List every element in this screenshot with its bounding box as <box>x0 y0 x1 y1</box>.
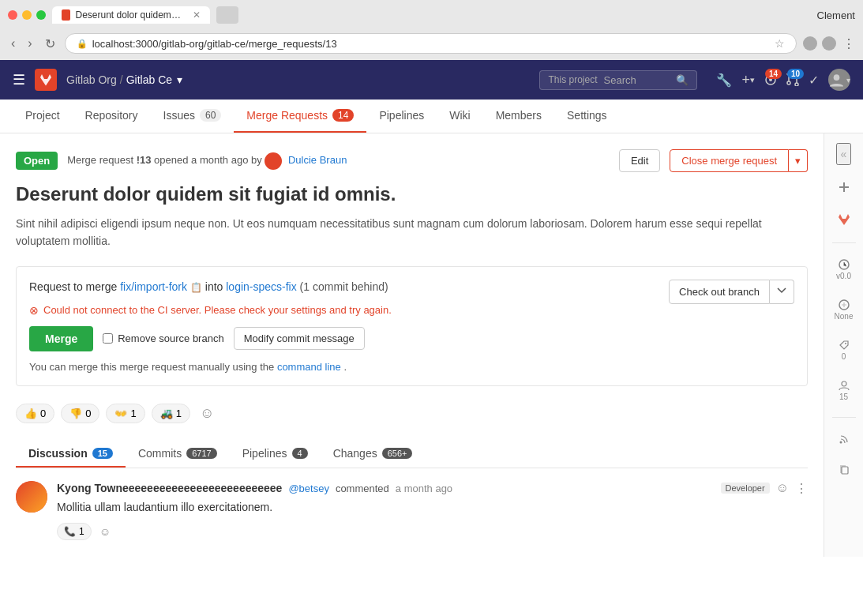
bookmark-icon[interactable]: ☆ <box>775 37 785 50</box>
breadcrumb-project[interactable]: Gitlab Ce ▾ <box>126 73 182 86</box>
clap-count: 1 <box>130 408 136 419</box>
disc-tab-changes[interactable]: Changes 656+ <box>321 441 426 468</box>
manual-merge-text: You can merge this merge request manuall… <box>29 361 794 373</box>
sidebar-milestone-btn[interactable]: None <box>831 296 857 324</box>
window-controls[interactable] <box>8 10 46 20</box>
checkout-branch-button[interactable]: Check out branch <box>669 280 770 304</box>
pipelines-count: 4 <box>292 448 308 459</box>
comment-reaction-phone-btn[interactable]: 📞 1 <box>57 523 92 540</box>
mr-title: Deserunt dolor quidem sit fugiat id omni… <box>16 183 808 205</box>
plus-icon-btn[interactable]: +▾ <box>741 72 755 88</box>
browser-tab[interactable]: Deserunt dolor quidem sit fug... ✕ <box>52 6 210 24</box>
tab-wiki[interactable]: Wiki <box>437 100 482 133</box>
svg-rect-8 <box>842 467 848 474</box>
close-mr-group: Close merge request ▾ <box>670 149 808 172</box>
sidebar-labels-btn[interactable]: 0 <box>835 336 853 364</box>
issues-count: 60 <box>200 109 221 122</box>
comment-reactions: 📞 1 ☺ <box>57 522 808 541</box>
svg-point-5 <box>845 343 846 344</box>
sidebar-divider-1 <box>832 242 856 243</box>
remove-source-branch-checkbox[interactable] <box>103 333 113 344</box>
tab-members[interactable]: Members <box>483 100 554 133</box>
add-emoji-btn[interactable]: ☺ <box>197 402 217 425</box>
merge-button[interactable]: Merge <box>29 326 93 351</box>
thumbsdown-emoji: 👎 <box>69 408 82 419</box>
tab-close-btn[interactable]: ✕ <box>193 9 201 21</box>
comment-add-emoji-btn[interactable]: ☺ <box>96 522 114 541</box>
breadcrumb-org[interactable]: Gitlab Org <box>66 73 117 86</box>
behind-text: (1 commit behind) <box>300 280 388 293</box>
search-input[interactable] <box>604 74 667 86</box>
maximize-window-btn[interactable] <box>36 10 46 20</box>
comment-more-btn[interactable]: ⋮ <box>795 481 808 496</box>
tab-issues[interactable]: Issues 60 <box>151 100 235 133</box>
sidebar-divider-2 <box>832 417 856 418</box>
sidebar-assignees-btn[interactable]: 15 <box>835 377 853 404</box>
mr-author-link[interactable]: Dulcie Braun <box>288 154 347 166</box>
address-bar[interactable]: 🔒 localhost:3000/gitlab-org/gitlab-ce/me… <box>65 33 797 54</box>
search-bar[interactable]: This project 🔍 <box>539 70 697 90</box>
breadcrumb-separator: / <box>120 73 123 86</box>
sidebar-collapse-btn[interactable]: « <box>836 143 852 165</box>
comment-header: Kyong Towneeeeeeeeeeeeeeeeeeeeeeeeee @be… <box>57 481 808 496</box>
new-tab-btn[interactable] <box>216 6 238 24</box>
mr-status-badge: Open <box>16 152 58 170</box>
source-branch-link[interactable]: fix/import-fork <box>120 280 187 293</box>
close-mr-button[interactable]: Close merge request <box>670 149 789 172</box>
emoji-thumbsup-btn[interactable]: 👍 0 <box>16 404 54 423</box>
sidebar-none-label: None <box>835 312 854 321</box>
discussion-count: 15 <box>92 448 113 459</box>
sidebar-rss-btn[interactable] <box>835 430 853 448</box>
close-mr-dropdown-btn[interactable]: ▾ <box>789 149 808 172</box>
user-avatar[interactable]: ▾ <box>828 69 850 91</box>
disc-tab-pipelines[interactable]: Pipelines 4 <box>230 441 321 468</box>
comment-author-handle[interactable]: @betsey <box>288 483 329 494</box>
emoji-clap-btn[interactable]: 👐 1 <box>106 404 144 423</box>
checkmark-icon-btn[interactable]: ✓ <box>809 73 819 88</box>
tab-settings[interactable]: Settings <box>554 100 620 133</box>
copy-branch-icon[interactable]: 📋 <box>190 282 202 293</box>
ci-error-message: ⊗ Could not connect to the CI server. Pl… <box>29 304 794 317</box>
sidebar-add-btn[interactable] <box>835 178 854 197</box>
thumbsup-count: 0 <box>40 408 46 419</box>
minimize-window-btn[interactable] <box>22 10 32 20</box>
edit-button[interactable]: Edit <box>619 149 660 172</box>
back-button[interactable]: ‹ <box>8 35 18 52</box>
emoji-tractor-btn[interactable]: 🚜 1 <box>152 404 190 423</box>
target-branch-link[interactable]: login-specs-fix <box>226 280 296 293</box>
gitlab-logo[interactable] <box>35 69 57 91</box>
sidebar-copy-btn[interactable] <box>835 460 853 478</box>
merge-info-row: Request to merge fix/import-fork 📋 into … <box>29 280 794 304</box>
checkout-dropdown-btn[interactable] <box>770 280 794 304</box>
modify-commit-button[interactable]: Modify commit message <box>234 327 365 350</box>
hamburger-menu-btn[interactable]: ☰ <box>13 71 25 88</box>
comment-section: Kyong Towneeeeeeeeeeeeeeeeeeeeeeeeee @be… <box>16 481 808 541</box>
tab-repository[interactable]: Repository <box>73 100 151 133</box>
comment-text: Mollitia ullam laudantium illo exercitat… <box>57 499 808 516</box>
comment-emoji-btn[interactable]: ☺ <box>776 481 789 495</box>
disc-tab-commits[interactable]: Commits 6717 <box>126 441 230 468</box>
svg-point-6 <box>842 381 846 386</box>
tab-title: Deserunt dolor quidem sit fug... <box>75 9 183 21</box>
sidebar-tag-count: 0 <box>842 352 846 361</box>
tab-merge-requests[interactable]: Merge Requests 14 <box>234 100 366 133</box>
sidebar-gitlab-icon-btn[interactable] <box>834 209 854 230</box>
disc-tab-discussion[interactable]: Discussion 15 <box>16 441 126 468</box>
issues-icon-btn[interactable]: 14 <box>764 73 777 86</box>
ext-icon-2[interactable] <box>822 36 836 51</box>
ext-icon-1[interactable] <box>803 36 817 51</box>
browser-menu-btn[interactable]: ⋮ <box>842 36 855 51</box>
merge-requests-icon-btn[interactable]: 10 <box>786 73 799 86</box>
tab-pipelines[interactable]: Pipelines <box>366 100 437 133</box>
extension-icons <box>803 36 836 51</box>
wrench-icon-btn[interactable]: 🔧 <box>716 73 732 88</box>
tab-project[interactable]: Project <box>13 100 73 133</box>
emoji-thumbsdown-btn[interactable]: 👎 0 <box>61 404 99 423</box>
remove-source-branch-checkbox-label[interactable]: Remove source branch <box>103 332 223 344</box>
close-window-btn[interactable] <box>8 10 17 20</box>
command-line-link[interactable]: command line <box>277 361 341 373</box>
sidebar-time-btn[interactable]: v0.0 <box>833 256 854 284</box>
forward-button[interactable]: › <box>24 35 35 52</box>
ci-error-icon: ⊗ <box>29 304 39 317</box>
refresh-button[interactable]: ↻ <box>42 35 58 53</box>
